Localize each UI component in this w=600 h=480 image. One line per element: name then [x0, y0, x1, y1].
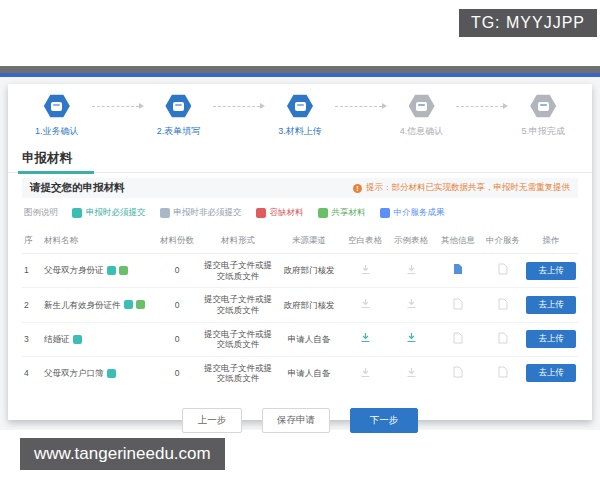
shared-material-swatch-icon [318, 208, 328, 218]
next-step-button[interactable]: 下一步 [350, 408, 418, 433]
save-application-button[interactable]: 保存申请 [262, 408, 330, 433]
material-form: 提交电子文件或提交纸质文件 [200, 254, 276, 287]
blank-form-download-icon[interactable] [360, 332, 371, 346]
material-name: 父母双方身份证 [44, 265, 104, 276]
agency-result-swatch-icon [380, 208, 390, 218]
step-material-upload: 3.材料上传 [265, 94, 335, 138]
progress-stepper: 1.业务确认 2.表单填写 3.材料上传 4.信息确认 [22, 84, 578, 142]
upload-button[interactable]: 去上传 [526, 330, 576, 348]
step-5-hexagon-icon [530, 94, 556, 118]
other-info-document-icon [453, 366, 463, 381]
col-seq: 序 [22, 229, 42, 253]
material-copies: 0 [154, 328, 200, 351]
material-name-cell: 新生儿有效身份证件 [42, 294, 154, 317]
other-info-document-icon [453, 332, 463, 347]
sample-form-download-icon [406, 264, 417, 278]
prev-step-button[interactable]: 上一步 [182, 408, 242, 433]
sample-form-download-icon [406, 367, 417, 381]
step-1-label: 1.业务确认 [35, 125, 79, 138]
table-row: 1 父母双方身份证 0 提交电子文件或提交纸质文件 政府部门核发 去上传 [22, 254, 578, 288]
material-name-cell: 父母双方身份证 [42, 259, 154, 282]
subtitle-text: 请提交您的申报材料 [30, 181, 125, 195]
material-name: 父母双方户口簿 [44, 368, 104, 379]
blank-form-download-icon [360, 298, 371, 312]
step-1-hexagon-icon [44, 94, 70, 118]
legend-item-optional-submit: 申报时非必须提交 [160, 207, 242, 219]
col-name: 材料名称 [42, 229, 154, 253]
title-active-underline [18, 171, 94, 174]
material-name: 结婚证 [44, 334, 70, 345]
section-title-row: 申报材料 [22, 148, 578, 173]
col-blank-form: 空白表格 [342, 229, 388, 253]
legend-item-shared-material: 共享材料 [318, 207, 366, 219]
form-icon [173, 102, 184, 111]
upload-icon [295, 102, 306, 111]
table-row: 4 父母双方户口簿 0 提交电子文件或提交纸质文件 申请人自备 去上传 [22, 357, 578, 390]
step-3-hexagon-icon [287, 94, 313, 118]
agency-service-icon [498, 366, 508, 381]
material-copies: 0 [154, 294, 200, 317]
material-copies: 0 [154, 259, 200, 282]
missing-material-swatch-icon [256, 208, 266, 218]
material-copies: 0 [154, 362, 200, 385]
step-connector [456, 94, 508, 118]
table-header-row: 序 材料名称 材料份数 材料形式 来源渠道 空白表格 示例表格 其他信息 中介服… [22, 229, 578, 254]
flag-icon [538, 102, 549, 111]
step-5-label: 5.申报完成 [521, 125, 565, 138]
must-submit-badge-icon [124, 300, 133, 309]
row-seq: 2 [22, 294, 42, 317]
sample-form-download-icon[interactable] [406, 332, 417, 346]
step-4-hexagon-icon [409, 94, 435, 118]
col-agency: 中介服务 [482, 229, 524, 253]
check-icon [416, 102, 427, 111]
material-source: 政府部门核发 [276, 259, 342, 282]
step-connector [92, 94, 144, 118]
step-connector [335, 94, 387, 118]
col-sample-form: 示例表格 [388, 229, 434, 253]
hint-text: 提示：部分材料已实现数据共享，申报时无需重复提供 [366, 182, 570, 194]
watermark-top: TG: MYYJJPP [459, 9, 597, 37]
blank-form-download-icon [360, 367, 371, 381]
must-submit-swatch-icon [72, 208, 82, 218]
must-submit-badge-icon [107, 266, 116, 275]
step-declare-done: 5.申报完成 [508, 94, 578, 138]
subtitle-band: 请提交您的申报材料 ! 提示：部分材料已实现数据共享，申报时无需重复提供 [22, 178, 578, 198]
material-source: 政府部门核发 [276, 294, 342, 317]
shared-material-badge-icon [136, 300, 145, 309]
page-title: 申报材料 [22, 150, 72, 173]
step-4-label: 4.信息确认 [400, 125, 444, 138]
must-submit-badge-icon [73, 335, 82, 344]
title-divider [8, 172, 592, 173]
materials-table: 序 材料名称 材料份数 材料形式 来源渠道 空白表格 示例表格 其他信息 中介服… [22, 229, 578, 390]
footer-buttons: 上一步 保存申请 下一步 [22, 408, 578, 433]
upload-button[interactable]: 去上传 [526, 262, 576, 280]
material-source: 申请人自备 [276, 328, 342, 351]
material-source: 申请人自备 [276, 362, 342, 385]
col-source: 来源渠道 [276, 229, 342, 253]
col-action: 操作 [524, 229, 578, 253]
upload-button[interactable]: 去上传 [526, 364, 576, 382]
step-form-fill: 2.表单填写 [144, 94, 214, 138]
legend-item-must-submit: 申报时必须提交 [72, 207, 146, 219]
shared-material-badge-icon [119, 266, 128, 275]
optional-submit-swatch-icon [160, 208, 170, 218]
must-submit-badge-icon [107, 369, 116, 378]
col-other-info: 其他信息 [434, 229, 482, 253]
hint-text-wrap: ! 提示：部分材料已实现数据共享，申报时无需重复提供 [353, 182, 570, 194]
material-form: 提交电子文件或提交纸质文件 [200, 357, 276, 390]
agency-service-icon [498, 263, 508, 278]
material-name-cell: 结婚证 [42, 328, 154, 351]
table-row: 3 结婚证 0 提交电子文件或提交纸质文件 申请人自备 去上传 [22, 323, 578, 357]
row-seq: 3 [22, 328, 42, 351]
col-copies: 材料份数 [154, 229, 200, 253]
other-info-document-icon[interactable] [453, 263, 463, 278]
row-seq: 1 [22, 259, 42, 282]
screenshot-root: TG: MYYJJPP 1.业务确认 2.表单填写 3.材料上传 [0, 0, 600, 480]
upload-button[interactable]: 去上传 [526, 296, 576, 314]
blank-form-download-icon [360, 264, 371, 278]
legend-row: 图例说明 申报时必须提交 申报时非必须提交 容缺材料 共享材料 [22, 207, 578, 219]
other-info-document-icon [453, 298, 463, 313]
page-background: 1.业务确认 2.表单填写 3.材料上传 4.信息确认 [0, 77, 600, 430]
step-connector [213, 94, 265, 118]
step-info-confirm: 4.信息确认 [387, 94, 457, 138]
